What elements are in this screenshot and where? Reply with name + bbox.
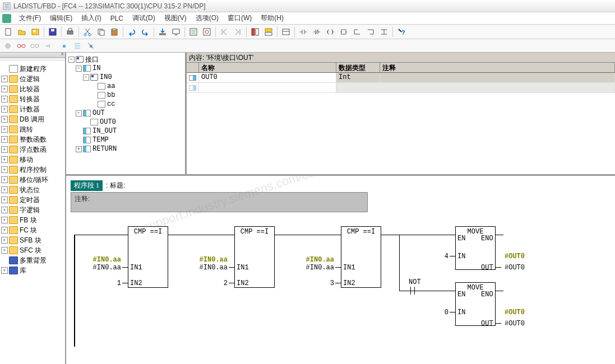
step-icon[interactable] [43, 40, 54, 52]
app-menu-icon[interactable] [2, 14, 11, 23]
breakpoint-clear-icon[interactable] [85, 40, 96, 52]
expand-icon[interactable]: + [1, 156, 8, 163]
contact-nc-icon[interactable] [311, 26, 323, 38]
breakpoint-icon[interactable] [58, 40, 70, 52]
move1-in[interactable]: 4 [433, 253, 448, 260]
redo-icon[interactable] [139, 26, 151, 38]
tree-inout[interactable]: IN_OUT [93, 127, 117, 135]
cmp1-in2[interactable]: 1 [81, 279, 121, 287]
save-icon[interactable] [47, 26, 59, 38]
expand-icon[interactable]: + [1, 207, 8, 213]
expand-icon[interactable]: + [1, 166, 8, 173]
glasses-icon[interactable] [16, 40, 27, 52]
expand-icon[interactable]: + [1, 227, 8, 234]
branch-close-icon[interactable] [364, 26, 377, 38]
detail-icon[interactable] [262, 26, 275, 38]
expand-icon[interactable]: + [1, 186, 8, 193]
box-icon[interactable] [337, 26, 350, 38]
tree-out0[interactable]: OUT0 [100, 118, 116, 126]
tree-expand-icon[interactable]: + [76, 146, 82, 152]
expand-icon[interactable]: + [1, 116, 8, 123]
network-comment[interactable]: 注释: [71, 192, 368, 212]
connection-icon[interactable] [378, 26, 390, 38]
catalog-icon[interactable] [187, 26, 200, 38]
source-icon[interactable] [29, 26, 41, 38]
menu-help[interactable]: 帮助(H) [256, 12, 288, 24]
cmp1-tag[interactable]: #IN0.aa [81, 256, 121, 264]
move1-out-tag[interactable]: #OUT0 [505, 253, 525, 260]
tree-in[interactable]: IN [93, 64, 100, 72]
cell-type[interactable]: Int [336, 73, 380, 82]
move2-in[interactable]: 0 [433, 309, 448, 316]
help-icon[interactable]: ? [395, 26, 408, 38]
sidebar-item[interactable]: +SFB 块 [1, 235, 64, 245]
cell-name[interactable]: OUT0 [199, 73, 336, 82]
menu-plc[interactable]: PLC [106, 13, 128, 24]
table-row[interactable]: OUT0 Int [187, 73, 615, 83]
sidebar-item[interactable]: +FC 块 [1, 225, 64, 235]
menu-window[interactable]: 窗口(W) [223, 12, 256, 24]
cmp-block-2[interactable]: CMP ==I [234, 226, 275, 288]
expand-icon[interactable]: + [1, 237, 8, 244]
menu-insert[interactable]: 插入(I) [77, 12, 105, 24]
expand-icon[interactable]: + [1, 176, 8, 183]
sidebar-item[interactable]: +移动 [1, 155, 64, 165]
ladder-editor[interactable]: 西门子工业 找答案 support.industry.siemens.com/c… [66, 176, 615, 364]
menu-options[interactable]: 选项(O) [191, 12, 223, 24]
tree-cc[interactable]: cc [107, 100, 115, 108]
panel-close-icon[interactable] [0, 53, 65, 58]
tree-temp[interactable]: TEMP [93, 136, 109, 144]
expand-icon[interactable]: + [1, 96, 8, 102]
table-row-empty[interactable] [187, 83, 615, 93]
sidebar-item[interactable]: +SFC 块 [1, 245, 64, 255]
interface-tree[interactable]: −接口 −IN −IN0 aa bb cc −OUT OUT0 IN_OUT T… [66, 53, 187, 174]
col-comment[interactable]: 注释 [380, 63, 615, 72]
sidebar-item[interactable]: +位逻辑 [1, 74, 64, 84]
expand-icon[interactable]: + [1, 106, 8, 113]
coil-icon[interactable] [324, 26, 336, 38]
sidebar-item[interactable]: +定时器 [1, 195, 64, 205]
cmp3-tag[interactable]: #IN0.aa [294, 256, 334, 264]
tree-collapse-icon[interactable]: − [76, 66, 82, 72]
sidebar-item[interactable]: +浮点数函 [1, 144, 64, 155]
network-title-label[interactable]: : 标题: [106, 181, 125, 190]
cell-comment[interactable] [380, 73, 615, 82]
expand-icon[interactable]: + [1, 136, 8, 143]
cmp-block-1[interactable]: CMP ==I [128, 226, 168, 288]
cmp-block-3[interactable]: CMP ==I [341, 226, 381, 288]
tree-out[interactable]: OUT [93, 109, 105, 117]
glasses-stop-icon[interactable] [29, 40, 40, 52]
sidebar-item[interactable]: +移位/循环 [1, 175, 64, 185]
menu-edit[interactable]: 编辑(E) [45, 12, 77, 24]
open-icon[interactable] [16, 26, 28, 38]
ref-icon[interactable] [201, 26, 213, 38]
new-icon[interactable] [2, 26, 15, 38]
move2-out-tag[interactable]: #OUT0 [505, 309, 525, 316]
overview-icon[interactable] [249, 26, 261, 38]
sidebar-item[interactable]: 多重背景 [1, 255, 64, 265]
breakpoint-list-icon[interactable] [72, 40, 83, 52]
expand-icon[interactable]: + [1, 86, 8, 92]
tree-bb[interactable]: bb [107, 91, 115, 99]
copy-icon[interactable] [95, 26, 107, 38]
sidebar-item[interactable]: +程序控制 [1, 165, 64, 175]
tree-in0[interactable]: IN0 [100, 73, 112, 81]
cmp2-in2[interactable]: 2 [187, 279, 228, 287]
goto-start-icon[interactable] [218, 26, 230, 38]
sidebar-item[interactable]: +转换器 [1, 94, 64, 104]
expand-icon[interactable]: + [1, 267, 8, 274]
network-icon[interactable] [280, 26, 292, 38]
branch-open-icon[interactable] [351, 26, 363, 38]
menu-view[interactable]: 视图(V) [160, 12, 191, 24]
col-name[interactable]: 名称 [199, 63, 336, 72]
undo-icon[interactable] [126, 26, 138, 38]
sidebar-item[interactable]: +FB 块 [1, 215, 64, 225]
tree-collapse-icon[interactable]: − [76, 110, 82, 116]
cmp2-tag[interactable]: #IN0.aa [187, 256, 228, 264]
expand-icon[interactable]: + [1, 247, 8, 254]
sidebar-item[interactable]: +库 [1, 265, 64, 276]
col-type[interactable]: 数据类型 [336, 63, 380, 72]
sidebar-item[interactable]: +整数函数 [1, 134, 64, 144]
print-icon[interactable] [64, 26, 76, 38]
not-symbol[interactable] [410, 287, 415, 295]
